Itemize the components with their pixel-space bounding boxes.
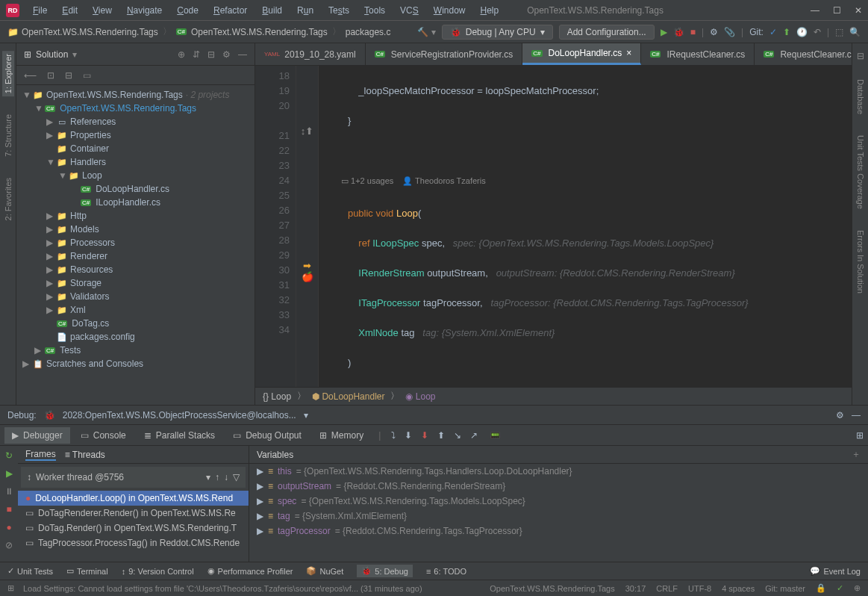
status-context[interactable]: OpenText.WS.MS.Rendering.Tags bbox=[490, 584, 615, 593]
preview-icon[interactable]: ▭ bbox=[83, 70, 91, 81]
toggle-icon[interactable]: ⊟ bbox=[857, 51, 864, 61]
sidebar-title[interactable]: Solution bbox=[36, 49, 68, 60]
line-gutter[interactable]: 1819202122232425262728293031323334 bbox=[255, 66, 296, 387]
debug-settings-icon[interactable]: ⚙ bbox=[836, 410, 844, 420]
collapse-icon[interactable]: ⊟ bbox=[207, 49, 215, 60]
layout-icon[interactable]: ⊞ bbox=[856, 430, 864, 441]
tab-structure[interactable]: 7: Structure bbox=[2, 111, 14, 160]
tab-svcreg[interactable]: C#ServiceRegistrationProvider.cs bbox=[366, 43, 523, 65]
breakpoints-icon[interactable]: ● bbox=[6, 522, 11, 533]
add-watch-icon[interactable]: ＋ bbox=[852, 448, 861, 461]
target-icon[interactable]: ⊕ bbox=[178, 49, 185, 60]
evaluate-icon[interactable]: 📟 bbox=[490, 430, 501, 441]
stop-icon[interactable]: ■ bbox=[690, 27, 696, 37]
frame-row[interactable]: ▭DoTagRenderer.Render() in OpenText.WS.M… bbox=[18, 506, 249, 521]
status-position[interactable]: 30:17 bbox=[625, 584, 646, 593]
threads-tab[interactable]: ≡ Threads bbox=[65, 450, 105, 460]
thread-selector[interactable]: ↕Worker thread @5756▾ ↑↓▽ bbox=[21, 467, 246, 488]
git-rollback-icon[interactable]: ↶ bbox=[814, 27, 821, 37]
tw-vcs[interactable]: ↕ 9: Version Control bbox=[122, 567, 194, 576]
tw-profiler[interactable]: ◉ Performance Profiler bbox=[207, 566, 293, 576]
tw-debug[interactable]: 🐞 5: Debug bbox=[357, 565, 413, 577]
run-to-cursor-icon[interactable]: ↘ bbox=[454, 430, 461, 441]
step-into-icon[interactable]: ⬇ bbox=[405, 430, 412, 441]
frame-row[interactable]: ▭DoTag.Render() in OpenText.WS.MS.Render… bbox=[18, 521, 249, 536]
rerun-icon[interactable]: ↻ bbox=[5, 450, 13, 461]
navbar-breadcrumb[interactable]: {} Loop〉 ⬢ DoLoopHandler〉 ◉ Loop bbox=[255, 387, 852, 405]
sync-icon[interactable]: ⊕ bbox=[854, 583, 861, 593]
dbgtab-debugger[interactable]: ▶ Debugger bbox=[4, 427, 70, 444]
tw-terminal[interactable]: ▭ Terminal bbox=[66, 566, 108, 576]
status-encoding[interactable]: UTF-8 bbox=[688, 584, 711, 593]
collapse-all-icon[interactable]: ⊟ bbox=[65, 70, 72, 81]
settings-icon[interactable]: ⬚ bbox=[835, 27, 843, 37]
hide-icon[interactable]: — bbox=[238, 49, 247, 60]
status-lineend[interactable]: CRLF bbox=[656, 584, 678, 593]
menu-file[interactable]: File bbox=[27, 4, 53, 17]
pause-icon[interactable]: ⏸ bbox=[4, 486, 13, 497]
status-grid-icon[interactable]: ⊞ bbox=[7, 583, 14, 593]
menu-view[interactable]: View bbox=[87, 4, 118, 17]
step-over-icon[interactable]: ⤵ bbox=[391, 430, 396, 441]
menu-run[interactable]: Run bbox=[291, 4, 319, 17]
debug-icon[interactable]: 🐞 bbox=[673, 27, 684, 37]
search-icon[interactable]: 🔍 bbox=[849, 27, 861, 37]
menu-code[interactable]: Code bbox=[171, 4, 204, 17]
variable-row[interactable]: ▶≡outputStream = {Reddot.CMS.Rendering.R… bbox=[249, 479, 868, 494]
git-push-icon[interactable]: ⬆ bbox=[783, 27, 790, 37]
stop-debug-icon[interactable]: ■ bbox=[6, 504, 11, 515]
hammer-icon[interactable]: 🔨 ▾ bbox=[417, 27, 435, 37]
menu-build[interactable]: Build bbox=[256, 4, 288, 17]
lock-icon[interactable]: 🔒 bbox=[816, 583, 826, 593]
debug-hide-icon[interactable]: — bbox=[852, 410, 861, 420]
frames-tab[interactable]: Frames bbox=[25, 449, 56, 461]
menu-vcs[interactable]: VCS bbox=[394, 4, 425, 17]
run-anything-icon[interactable]: ⚙ bbox=[710, 27, 718, 37]
close-tab-icon[interactable]: × bbox=[626, 48, 631, 58]
dbgtab-console[interactable]: ▭ Console bbox=[73, 427, 134, 444]
git-history-icon[interactable]: 🕐 bbox=[796, 27, 808, 37]
code-area[interactable]: 1819202122232425262728293031323334 ↕⬆ ➡ … bbox=[255, 66, 852, 387]
sort-icon[interactable]: ⇵ bbox=[193, 49, 200, 60]
menu-refactor[interactable]: Refactor bbox=[207, 4, 253, 17]
menu-window[interactable]: Window bbox=[428, 4, 472, 17]
menu-help[interactable]: Help bbox=[474, 4, 505, 17]
nav-left-icon[interactable]: ⟵ bbox=[24, 70, 37, 81]
dbgtab-output[interactable]: ▭ Debug Output bbox=[225, 427, 309, 444]
step-out-icon[interactable]: ⬆ bbox=[437, 430, 445, 441]
status-indent[interactable]: 4 spaces bbox=[722, 584, 755, 593]
menu-tests[interactable]: Tests bbox=[322, 4, 355, 17]
maximize-icon[interactable]: ☐ bbox=[833, 5, 841, 16]
config-selector[interactable]: 🐞Debug | Any CPU▾ bbox=[442, 25, 553, 40]
debug-session[interactable]: 2028:OpenText.WS.MS.ObjectProcessService… bbox=[63, 410, 296, 420]
dbgtab-memory[interactable]: ⊞ Memory bbox=[312, 427, 371, 444]
tab-database[interactable]: Database bbox=[855, 76, 867, 117]
inspection-icon[interactable]: ✓ bbox=[837, 583, 843, 593]
variable-row[interactable]: ▶≡this = {OpenText.WS.MS.Rendering.Tags.… bbox=[249, 464, 868, 479]
skip-to-icon[interactable]: ↗ bbox=[470, 430, 478, 441]
expand-all-icon[interactable]: ⊡ bbox=[47, 70, 54, 81]
menu-navigate[interactable]: Navigate bbox=[121, 4, 168, 17]
tab-errors[interactable]: Errors In Solution bbox=[855, 227, 867, 297]
tab-doloop[interactable]: C#DoLoopHandler.cs× bbox=[522, 43, 641, 65]
tw-unittests[interactable]: ✓ Unit Tests bbox=[7, 566, 53, 576]
menu-edit[interactable]: Edit bbox=[56, 4, 84, 17]
attach-icon[interactable]: 📎 bbox=[724, 27, 735, 37]
close-icon[interactable]: ✕ bbox=[855, 5, 862, 16]
status-git[interactable]: Git: master bbox=[765, 584, 805, 593]
expand-icon[interactable]: ⊞ bbox=[24, 49, 31, 60]
tw-eventlog[interactable]: 💬 Event Log bbox=[810, 566, 861, 576]
resume-icon[interactable]: ▶ bbox=[6, 468, 13, 479]
run-icon[interactable]: ▶ bbox=[661, 27, 667, 37]
variable-row[interactable]: ▶≡spec = {OpenText.WS.MS.Rendering.Tags.… bbox=[249, 494, 868, 509]
tab-explorer[interactable]: 1: Explorer bbox=[2, 51, 14, 96]
tab-coverage[interactable]: Unit Tests Coverage bbox=[855, 132, 867, 212]
tab-reqclean[interactable]: C#RequestCleaner.c bbox=[755, 43, 852, 65]
force-step-icon[interactable]: ⬇ bbox=[421, 430, 428, 441]
tw-todo[interactable]: ≡ 6: TODO bbox=[426, 567, 466, 576]
mute-bp-icon[interactable]: ⊘ bbox=[5, 540, 13, 550]
tw-nuget[interactable]: 📦 NuGet bbox=[306, 566, 343, 576]
tab-yaml[interactable]: YAML2019_10_28.yaml bbox=[255, 43, 366, 65]
tab-favorites[interactable]: 2: Favorites bbox=[2, 175, 14, 223]
tab-ireqclean[interactable]: C#IRequestCleaner.cs bbox=[641, 43, 755, 65]
